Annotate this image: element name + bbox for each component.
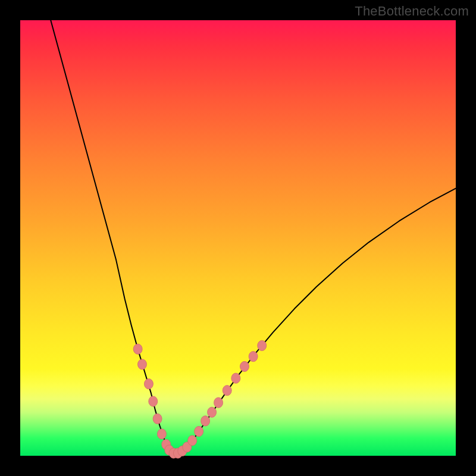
- curve-marker: [153, 414, 162, 424]
- curve-marker: [149, 396, 158, 406]
- plot-area: [20, 20, 456, 456]
- curve-marker: [133, 344, 142, 354]
- curve-marker: [258, 340, 267, 350]
- curve-marker: [214, 397, 223, 408]
- curve-marker: [231, 373, 240, 383]
- curve-marker: [208, 407, 217, 417]
- curve-marker: [223, 386, 231, 396]
- curve-marker: [188, 436, 197, 446]
- curve-marker: [201, 416, 210, 426]
- curve-marker: [157, 429, 166, 439]
- chart-frame: TheBottleneck.com: [0, 0, 476, 476]
- curve-marker: [137, 359, 146, 369]
- bottleneck-curve: [51, 20, 456, 453]
- curve-marker: [249, 351, 258, 361]
- curve-markers: [133, 340, 267, 458]
- curve-marker: [195, 426, 203, 436]
- curve-layer: [20, 20, 456, 456]
- curve-marker: [240, 361, 249, 371]
- watermark-text: TheBottleneck.com: [355, 4, 469, 19]
- curve-marker: [144, 379, 153, 389]
